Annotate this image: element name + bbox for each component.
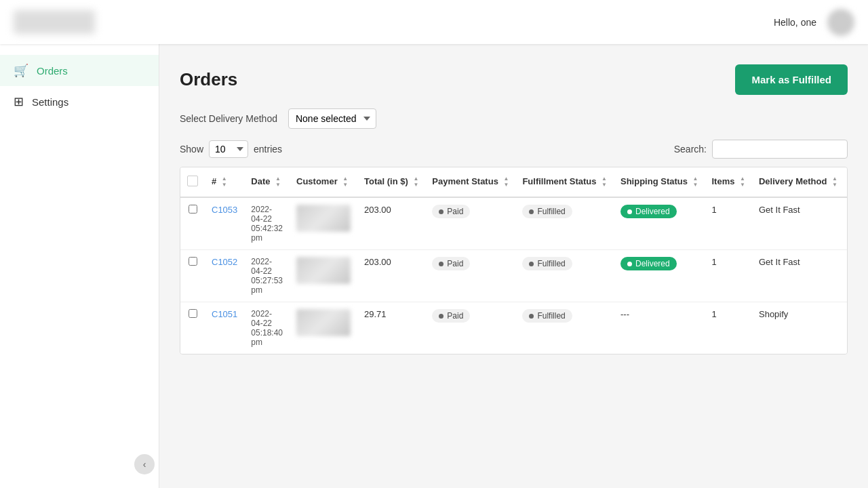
orders-table-wrapper: # ▲▼ Date ▲▼ Customer ▲▼ Total (in $) ▲▼ <box>180 167 848 354</box>
order-fulfillment-cell: Fulfilled <box>515 250 614 302</box>
order-delivery-method-cell: Get It Fast <box>752 197 844 250</box>
order-shipping-cell: --- <box>614 302 705 354</box>
sidebar: 🛒 Orders ⊞ Settings ‹ <box>0 44 159 488</box>
page-title: Orders <box>180 69 237 90</box>
topbar-avatar <box>827 9 854 36</box>
table-row: C1052 2022-04-22 05:27:53 pm 203.00 Paid… <box>180 250 848 302</box>
order-location-cell: Kmart Chadstone <box>844 302 848 354</box>
layout: 🛒 Orders ⊞ Settings ‹ Orders Mark as Ful… <box>0 44 868 488</box>
customer-blurred-info <box>296 205 351 232</box>
col-delivery-method[interactable]: Delivery Method ▲▼ <box>752 167 844 197</box>
cart-icon: 🛒 <box>14 63 28 78</box>
orders-table: # ▲▼ Date ▲▼ Customer ▲▼ Total (in $) ▲▼ <box>180 167 848 354</box>
row-checkbox[interactable] <box>189 257 197 266</box>
order-payment-cell: Paid <box>425 250 515 302</box>
order-location-cell: Kmart Chadstone <box>844 250 848 302</box>
order-date-cell: 2022-04-22 05:42:32 pm <box>244 197 290 250</box>
order-id-cell: C1053 <box>205 197 244 250</box>
fulfilled-dot <box>529 262 534 266</box>
paid-dot <box>439 262 443 266</box>
order-payment-cell: Paid <box>425 197 515 250</box>
customer-blurred-info <box>296 257 351 284</box>
col-fulfillment-status[interactable]: Fulfillment Status ▲▼ <box>515 167 614 197</box>
chevron-left-icon: ‹ <box>143 459 146 470</box>
order-customer-cell <box>290 197 357 250</box>
col-shipping-status[interactable]: Shipping Status ▲▼ <box>614 167 705 197</box>
sidebar-item-orders[interactable]: 🛒 Orders <box>0 55 159 86</box>
page-header: Orders Mark as Fulfilled <box>180 64 848 95</box>
payment-status-badge: Paid <box>432 309 470 323</box>
topbar: Hello, one <box>0 0 868 44</box>
order-items-cell: 1 <box>705 250 752 302</box>
row-checkbox-cell <box>180 302 205 354</box>
topbar-greeting: Hello, one <box>774 17 816 28</box>
main-content: Orders Mark as Fulfilled Select Delivery… <box>159 44 868 488</box>
table-controls-row: Show 10 25 50 100 entries Search: <box>180 140 848 159</box>
order-id-cell: C1052 <box>205 250 244 302</box>
search-input[interactable] <box>712 140 848 159</box>
order-items-cell: 1 <box>705 302 752 354</box>
search-label: Search: <box>674 144 707 155</box>
table-row: C1051 2022-04-22 05:18:40 pm 29.71 Paid … <box>180 302 848 354</box>
sidebar-item-settings-label: Settings <box>32 96 68 108</box>
show-entries-control: Show 10 25 50 100 entries <box>180 140 282 158</box>
order-delivery-method-cell: Get It Fast <box>752 250 844 302</box>
fulfillment-status-badge: Fulfilled <box>522 257 572 270</box>
order-total-cell: 203.00 <box>357 250 425 302</box>
topbar-logo <box>14 10 95 34</box>
table-row: C1053 2022-04-22 05:42:32 pm 203.00 Paid… <box>180 197 848 250</box>
row-checkbox-cell <box>180 197 205 250</box>
col-items[interactable]: Items ▲▼ <box>705 167 752 197</box>
row-checkbox[interactable] <box>189 205 197 214</box>
sidebar-item-orders-label: Orders <box>37 65 68 77</box>
delivery-method-filter-label: Select Delivery Method <box>180 113 277 124</box>
entries-label: entries <box>254 144 282 155</box>
search-control: Search: <box>674 140 848 159</box>
paid-dot <box>439 209 443 214</box>
order-fulfillment-cell: Fulfilled <box>515 302 614 354</box>
order-date-cell: 2022-04-22 05:27:53 pm <box>244 250 290 302</box>
payment-status-badge: Paid <box>432 257 470 270</box>
order-id-link[interactable]: C1053 <box>212 205 237 215</box>
order-shipping-cell: Delivered <box>614 250 705 302</box>
order-payment-cell: Paid <box>425 302 515 354</box>
order-id-cell: C1051 <box>205 302 244 354</box>
payment-status-badge: Paid <box>432 205 470 218</box>
col-location[interactable]: Location ▲▼ <box>844 167 848 197</box>
order-id-link[interactable]: C1052 <box>212 257 237 267</box>
row-checkbox-cell <box>180 250 205 302</box>
sidebar-collapse-button[interactable]: ‹ <box>134 454 155 474</box>
topbar-right: Hello, one <box>774 9 854 36</box>
order-items-cell: 1 <box>705 197 752 250</box>
fulfillment-status-badge: Fulfilled <box>522 205 572 218</box>
col-date[interactable]: Date ▲▼ <box>244 167 290 197</box>
fulfilled-dot <box>529 209 534 214</box>
show-entries-select[interactable]: 10 25 50 100 <box>209 140 248 158</box>
col-total[interactable]: Total (in $) ▲▼ <box>357 167 425 197</box>
col-checkbox <box>180 167 205 197</box>
show-label: Show <box>180 144 203 155</box>
col-id[interactable]: # ▲▼ <box>205 167 244 197</box>
order-date-cell: 2022-04-22 05:18:40 pm <box>244 302 290 354</box>
mark-as-fulfilled-button[interactable]: Mark as Fulfilled <box>735 64 848 95</box>
order-fulfillment-cell: Fulfilled <box>515 197 614 250</box>
delivery-method-select[interactable]: None selected Get It Fast Shopify Standa… <box>288 108 376 129</box>
order-total-cell: 203.00 <box>357 197 425 250</box>
order-delivery-method-cell: Shopify <box>752 302 844 354</box>
col-payment-status[interactable]: Payment Status ▲▼ <box>425 167 515 197</box>
delivered-dot <box>627 262 632 266</box>
customer-blurred-info <box>296 309 351 336</box>
select-all-checkbox[interactable] <box>187 176 198 186</box>
row-checkbox[interactable] <box>189 309 197 318</box>
table-header-row: # ▲▼ Date ▲▼ Customer ▲▼ Total (in $) ▲▼ <box>180 167 848 197</box>
order-customer-cell <box>290 302 357 354</box>
shipping-status-badge: Delivered <box>620 257 677 270</box>
order-id-link[interactable]: C1051 <box>212 309 237 319</box>
paid-dot <box>439 314 443 319</box>
fulfilled-dot <box>529 314 534 319</box>
order-shipping-cell: Delivered <box>614 197 705 250</box>
delivered-dot <box>627 209 632 214</box>
order-customer-cell <box>290 250 357 302</box>
sidebar-item-settings[interactable]: ⊞ Settings <box>0 86 159 117</box>
col-customer[interactable]: Customer ▲▼ <box>290 167 357 197</box>
